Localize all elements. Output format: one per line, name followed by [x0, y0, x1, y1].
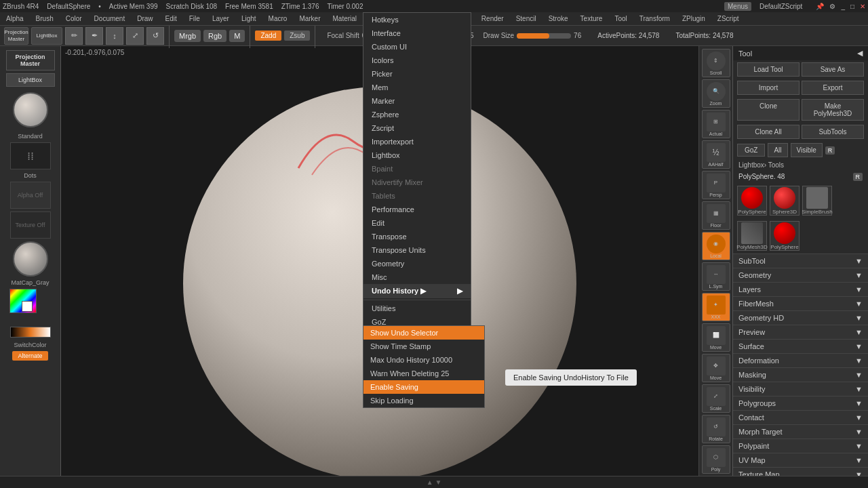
- pref-zsphere[interactable]: Zsphere: [363, 108, 471, 121]
- aahalf-btn[interactable]: ½ AAHalf: [702, 140, 730, 169]
- icon-maximize[interactable]: □: [850, 3, 854, 10]
- pref-icolors[interactable]: Icolors: [363, 54, 471, 67]
- zoom-btn[interactable]: 🔍 Zoom: [702, 79, 730, 108]
- menu-draw[interactable]: Draw: [135, 15, 155, 22]
- lightbox-panel-btn[interactable]: LightBox: [6, 73, 55, 87]
- menu-document[interactable]: Document: [92, 15, 127, 22]
- clone-all-btn[interactable]: Clone All: [737, 125, 800, 139]
- import-btn[interactable]: Import: [737, 81, 800, 95]
- surface-section[interactable]: Surface ▼: [733, 339, 868, 353]
- subtools-btn[interactable]: SubTools: [802, 125, 864, 139]
- pref-transpose[interactable]: Transpose: [363, 230, 471, 243]
- dots-swatch[interactable]: ⁞⁞: [10, 142, 51, 169]
- scale-strip-btn[interactable]: ⤢ Scale: [702, 384, 730, 413]
- undo-enable-saving[interactable]: Enable Saving: [363, 380, 484, 394]
- thumb-polysphere[interactable]: PolySphere: [737, 186, 767, 216]
- menu-material[interactable]: Material: [331, 15, 359, 22]
- morph-target-section[interactable]: Morph Target ▼: [733, 424, 868, 439]
- thumb-sphere3d[interactable]: Sphere3D: [770, 186, 800, 216]
- icon-minimize[interactable]: _: [841, 3, 845, 10]
- projection-master-btn[interactable]: Projection Master: [4, 27, 28, 45]
- menu-macro[interactable]: Macro: [267, 15, 290, 22]
- pref-custom-ui[interactable]: Custom UI: [363, 40, 471, 54]
- polygroups-section[interactable]: Polygroups ▼: [733, 396, 868, 410]
- tool-collapse-icon[interactable]: ◀: [857, 49, 863, 58]
- pref-lightbox[interactable]: Lightbox: [363, 148, 471, 162]
- menu-file[interactable]: File: [187, 15, 202, 22]
- menu-edit[interactable]: Edit: [163, 15, 179, 22]
- m-btn[interactable]: M: [229, 30, 245, 42]
- menu-color[interactable]: Color: [64, 15, 84, 22]
- masking-section[interactable]: Masking ▼: [733, 367, 868, 382]
- actual-btn[interactable]: ⊞ Actual: [702, 110, 730, 138]
- thumb-simplebrush[interactable]: SimpleBrush: [802, 186, 832, 216]
- move-strip-btn[interactable]: ✥ Move: [702, 354, 730, 382]
- draw-icon-btn[interactable]: ✒: [85, 27, 103, 45]
- undo-warn-deleting[interactable]: Warn When Deleting 25: [363, 367, 484, 380]
- pref-bpaint[interactable]: Bpaint: [363, 162, 471, 176]
- xxx-btn[interactable]: ✦ XXX: [702, 293, 730, 321]
- edit-icon-btn[interactable]: ✏: [65, 27, 83, 45]
- layers-section[interactable]: Layers ▼: [733, 282, 868, 296]
- pref-zscript[interactable]: Zscript: [363, 121, 471, 135]
- thumb-polysphere2[interactable]: PolySphere: [770, 221, 800, 251]
- pref-importexport[interactable]: Importexport: [363, 135, 471, 148]
- uv-map-section[interactable]: UV Map ▼: [733, 453, 868, 467]
- export-btn[interactable]: Export: [802, 81, 864, 95]
- pref-ndivertify[interactable]: Ndivertify Mixer: [363, 176, 471, 189]
- gradient-strip[interactable]: [10, 327, 51, 338]
- pref-transpose-units[interactable]: Transpose Units: [363, 243, 471, 257]
- poly-strip-btn[interactable]: ⬡ Poly: [702, 445, 730, 474]
- geometry-section[interactable]: Geometry ▼: [733, 268, 868, 282]
- menu-zscript[interactable]: ZScript: [715, 15, 741, 22]
- menu-render[interactable]: Render: [479, 15, 506, 22]
- alpha-off-swatch[interactable]: Alpha Off: [10, 182, 51, 209]
- persp-btn[interactable]: P Persp: [702, 171, 730, 199]
- undo-max-history[interactable]: Max Undo History 10000: [363, 353, 484, 367]
- undo-show-timestamp[interactable]: Show Time Stamp: [363, 340, 484, 353]
- lightbox-btn[interactable]: LightBox: [31, 27, 62, 45]
- undo-skip-loading[interactable]: Skip Loading: [363, 394, 484, 407]
- make-polymesh-btn[interactable]: Make PolyMesh3D: [802, 99, 864, 121]
- menu-light[interactable]: Light: [239, 15, 258, 22]
- pref-mem[interactable]: Mem: [363, 81, 471, 94]
- menus-button[interactable]: Menus: [724, 2, 751, 11]
- geometry-hd-section[interactable]: Geometry HD ▼: [733, 310, 868, 325]
- zadd-btn[interactable]: Zadd: [255, 30, 281, 41]
- pref-tablets[interactable]: Tablets: [363, 189, 471, 203]
- menu-alpha[interactable]: Alpha: [4, 15, 26, 22]
- subtool-section[interactable]: SubTool ▼: [733, 253, 868, 268]
- projection-master-panel-btn[interactable]: Projection Master: [6, 50, 55, 70]
- matcap-swatch[interactable]: [13, 241, 48, 277]
- icon-close[interactable]: ✕: [860, 3, 865, 10]
- texture-off-swatch[interactable]: Texture Off: [10, 211, 51, 239]
- menu-texture[interactable]: Texture: [578, 15, 605, 22]
- clone-btn[interactable]: Clone: [737, 99, 800, 121]
- load-tool-btn[interactable]: Load Tool: [737, 62, 800, 77]
- pref-utilities[interactable]: Utilities: [363, 302, 471, 315]
- scroll-btn[interactable]: ⇕ Scroll: [702, 49, 730, 77]
- save-as-btn[interactable]: Save As: [802, 62, 864, 77]
- fibermesh-section[interactable]: FiberMesh ▼: [733, 296, 868, 310]
- contact-section[interactable]: Contact ▼: [733, 410, 868, 424]
- pref-geometry[interactable]: Geometry: [363, 257, 471, 270]
- menu-layer[interactable]: Layer: [210, 15, 231, 22]
- pref-edit[interactable]: Edit: [363, 216, 471, 230]
- preview-section[interactable]: Preview ▼: [733, 325, 868, 339]
- frame-btn[interactable]: ⬜ Move: [702, 323, 730, 352]
- pref-performance[interactable]: Performance: [363, 203, 471, 216]
- standard-brush-swatch[interactable]: [13, 92, 48, 127]
- lsym-btn[interactable]: ↔ L.Sym: [702, 262, 730, 291]
- zsub-btn[interactable]: Zsub: [284, 30, 310, 41]
- menu-marker[interactable]: Marker: [297, 15, 322, 22]
- all-btn[interactable]: All: [768, 143, 787, 157]
- bg-color[interactable]: [22, 301, 33, 312]
- menu-transform[interactable]: Transform: [637, 15, 672, 22]
- menu-stencil[interactable]: Stencil: [514, 15, 538, 22]
- draw-size-slider[interactable]: [517, 33, 571, 39]
- rotate-icon-btn[interactable]: ↺: [146, 27, 164, 45]
- pref-marker[interactable]: Marker: [363, 94, 471, 108]
- mrgb-btn[interactable]: Mrgb: [174, 30, 201, 42]
- menu-brush[interactable]: Brush: [34, 15, 56, 22]
- pref-misc[interactable]: Misc: [363, 270, 471, 284]
